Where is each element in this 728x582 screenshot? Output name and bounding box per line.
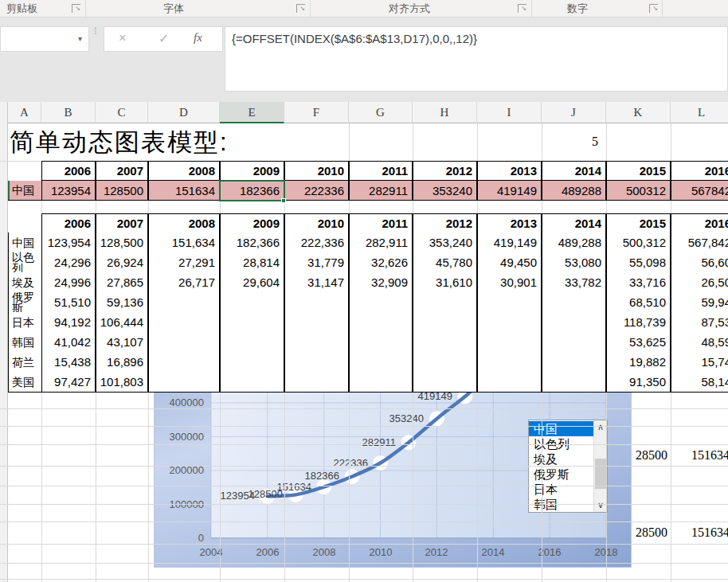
column-header-f[interactable]: F <box>284 102 349 123</box>
table1-year-cell[interactable]: 2012 <box>413 161 477 181</box>
table2-value-cell[interactable] <box>477 372 542 393</box>
table1-value-cell[interactable]: 353240 <box>413 181 477 201</box>
table2-year-cell[interactable]: 2014 <box>542 213 606 233</box>
table2-value-cell[interactable]: 33,782 <box>542 272 606 293</box>
table2-value-cell[interactable]: 43,107 <box>96 332 148 353</box>
table2-value-cell[interactable] <box>220 292 284 313</box>
table2-value-cell[interactable] <box>413 332 477 353</box>
table1-value-cell[interactable]: 151634 <box>148 181 220 201</box>
table2-value-cell[interactable] <box>220 312 284 333</box>
table2-value-cell[interactable]: 101,803 <box>96 372 148 393</box>
sheet-title-cell[interactable]: 简单动态图表模型: <box>8 123 287 161</box>
table1-value-cell[interactable]: 489288 <box>542 181 606 201</box>
table2-value-cell[interactable] <box>477 352 542 373</box>
table2-value-cell[interactable]: 29,604 <box>220 272 284 293</box>
table1-year-cell[interactable]: 2007 <box>96 161 148 181</box>
table2-value-cell[interactable]: 87,53 <box>671 312 728 333</box>
table2-value-cell[interactable]: 128,500 <box>96 232 148 253</box>
table2-value-cell[interactable] <box>413 372 477 393</box>
table2-value-cell[interactable]: 28,814 <box>220 252 284 273</box>
table2-year-cell[interactable]: 2012 <box>413 213 477 233</box>
column-header-k[interactable]: K <box>606 102 671 123</box>
table2-value-cell[interactable]: 24,296 <box>41 252 96 273</box>
table2-value-cell[interactable] <box>349 332 413 353</box>
table2-value-cell[interactable] <box>349 372 413 393</box>
table2-value-cell[interactable]: 151,634 <box>148 232 220 253</box>
formula-bar-resize-dots[interactable]: ⁞ <box>94 25 97 37</box>
table1-year-cell[interactable]: 2011 <box>349 161 413 181</box>
table2-value-cell[interactable]: 91,350 <box>606 372 671 393</box>
table2-value-cell[interactable] <box>349 352 413 373</box>
table2-value-cell[interactable]: 500,312 <box>606 232 671 253</box>
table1-year-cell[interactable]: 2009 <box>220 161 284 181</box>
table1-year-cell[interactable]: 2014 <box>542 161 606 181</box>
table2-value-cell[interactable] <box>284 292 349 313</box>
table2-value-cell[interactable] <box>477 312 542 333</box>
table2-value-cell[interactable]: 59,136 <box>96 292 148 313</box>
table2-value-cell[interactable] <box>220 332 284 353</box>
column-header-c[interactable]: C <box>96 102 148 123</box>
table2-value-cell[interactable] <box>284 372 349 393</box>
table2-value-cell[interactable]: 353,240 <box>413 232 477 253</box>
column-header-e[interactable]: E <box>220 102 284 123</box>
table2-year-cell[interactable]: 2008 <box>148 213 220 233</box>
table2-row-label[interactable]: 荷兰 <box>8 352 42 373</box>
column-header-d[interactable]: D <box>148 102 220 123</box>
table2-row-label[interactable]: 以色列 <box>8 252 42 273</box>
table2-value-cell[interactable] <box>148 332 220 353</box>
dialog-launcher-icon[interactable]: ↘ <box>72 4 80 13</box>
table2-value-cell[interactable] <box>542 372 606 393</box>
table2-value-cell[interactable]: 31,610 <box>413 272 477 293</box>
dialog-launcher-icon[interactable]: ↘ <box>649 4 658 13</box>
fill-handle[interactable] <box>281 198 286 203</box>
table2-value-cell[interactable]: 123,954 <box>41 232 96 253</box>
table2-row-label[interactable]: 美国 <box>8 372 42 393</box>
table2-value-cell[interactable]: 56,60 <box>671 252 728 273</box>
cell-j1[interactable]: 5 <box>542 127 603 156</box>
column-header-a[interactable]: A <box>8 102 41 123</box>
table2-row-label[interactable]: 俄罗斯 <box>8 292 42 313</box>
table2-row-label[interactable]: 日本 <box>8 312 42 333</box>
scrollbar-thumb[interactable] <box>595 459 606 489</box>
table2-value-cell[interactable]: 489,288 <box>542 232 606 253</box>
name-box[interactable]: 3 ▾ <box>0 26 89 52</box>
scroll-down-icon[interactable]: ∨ <box>594 500 607 510</box>
table2-value-cell[interactable]: 41,042 <box>41 332 96 353</box>
table2-value-cell[interactable]: 58,14 <box>671 372 728 393</box>
table2-value-cell[interactable]: 567,842 <box>671 232 728 253</box>
table2-year-cell[interactable]: 2015 <box>606 213 671 233</box>
column-header-b[interactable]: B <box>41 102 96 123</box>
table2-value-cell[interactable]: 15,438 <box>41 352 96 373</box>
table2-value-cell[interactable]: 19,882 <box>606 352 671 373</box>
column-header-i[interactable]: I <box>477 102 542 123</box>
table2-year-cell[interactable]: 2007 <box>96 213 148 233</box>
table2-year-cell[interactable]: 2013 <box>477 213 542 233</box>
table2-value-cell[interactable]: 32,626 <box>349 252 413 273</box>
formula-input[interactable]: {=OFFSET(INDEX($A$6:$A$13,D17),0,0,,12)} <box>225 26 728 92</box>
table1-year-cell[interactable]: 2010 <box>284 161 349 181</box>
table1-value-cell[interactable]: 567842 <box>671 181 728 201</box>
table1-year-cell[interactable]: 2013 <box>477 161 542 181</box>
table2-value-cell[interactable]: 32,909 <box>349 272 413 293</box>
table2-year-cell[interactable]: 2009 <box>220 213 284 233</box>
name-box-dropdown-icon[interactable]: ▾ <box>78 34 82 43</box>
table1-value-cell[interactable]: 282911 <box>349 181 413 201</box>
table2-value-cell[interactable]: 24,996 <box>41 272 96 293</box>
table2-year-cell[interactable]: 2016 <box>671 213 728 233</box>
table2-value-cell[interactable]: 94,192 <box>41 312 96 333</box>
table1-year-cell[interactable]: 2006 <box>41 161 96 181</box>
table1-value-cell[interactable]: 419149 <box>477 181 542 201</box>
table2-value-cell[interactable]: 59,94 <box>671 292 728 313</box>
table2-value-cell[interactable]: 97,427 <box>41 372 96 393</box>
table1-year-cell[interactable]: 2008 <box>148 161 220 181</box>
table2-value-cell[interactable]: 31,779 <box>284 252 349 273</box>
table1-value-cell[interactable]: 128500 <box>96 181 148 201</box>
helper-cell-k[interactable]: 28500 <box>606 446 671 464</box>
table2-value-cell[interactable] <box>148 292 220 313</box>
cancel-icon[interactable]: × <box>119 31 126 45</box>
listbox-item[interactable]: 俄罗斯 <box>529 467 594 482</box>
table2-value-cell[interactable] <box>148 352 220 373</box>
table1-row-label[interactable]: 中国 <box>8 181 42 201</box>
column-header-j[interactable]: J <box>542 102 606 123</box>
helper-cell-l[interactable]: 151634 <box>671 446 728 464</box>
